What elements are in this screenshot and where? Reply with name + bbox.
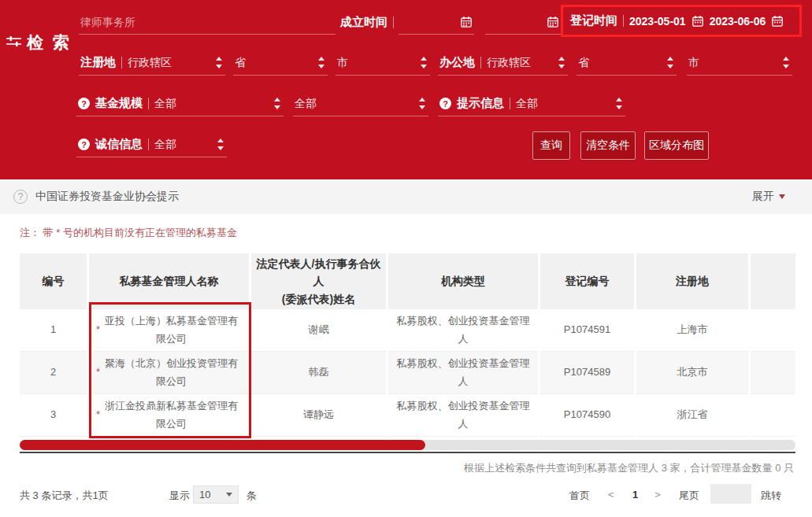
register-time-start-value[interactable]: 2023-05-01 xyxy=(629,15,686,28)
cell-manager-name[interactable]: *浙江金投鼎新私募基金管理有限公司 xyxy=(89,394,249,437)
cell-registration-no: P1074589 xyxy=(540,352,634,394)
clear-conditions-button[interactable]: 清空条件 xyxy=(580,131,636,160)
updown-chevron-icon[interactable] xyxy=(317,57,325,68)
pagination-next[interactable]: > xyxy=(654,489,661,500)
result-summary: 根据上述检索条件共查询到私募基金管理人 3 家，合计管理基金数量 0 只 xyxy=(464,461,794,475)
register-place-label: 注册地 xyxy=(80,55,116,70)
establish-time-label: 成立时间 xyxy=(340,15,387,30)
cell-empty xyxy=(751,394,795,437)
pagination-first[interactable]: 首页 xyxy=(569,489,590,503)
cell-representative: 韩磊 xyxy=(251,352,386,394)
fund-scale-value: 全部 xyxy=(154,97,176,111)
manager-name-text: 浙江金投鼎新私募基金管理有限公司 xyxy=(101,397,242,432)
cell-registered-place: 浙江省 xyxy=(636,394,748,437)
help-icon[interactable] xyxy=(439,98,451,109)
header-registration-no: 登记编号 xyxy=(540,253,634,309)
table-row: 1 *亚投（上海）私募基金管理有限公司 谢岷 私募股权、创业投资基金管理人 P1… xyxy=(20,309,795,352)
expand-toggle[interactable]: 展开 xyxy=(752,179,785,214)
updown-chevron-icon[interactable] xyxy=(782,57,790,68)
header-org-type: 机构类型 xyxy=(388,253,538,309)
tip-info-value: 全部 xyxy=(516,97,538,111)
cell-representative: 谢岷 xyxy=(251,309,386,352)
header-empty xyxy=(751,253,795,309)
pagination-prev[interactable]: < xyxy=(608,489,614,500)
cell-manager-name[interactable]: *亚投（上海）私募基金管理有限公司 xyxy=(89,309,249,352)
cell-empty xyxy=(751,352,795,394)
horizontal-scrollbar-thumb[interactable] xyxy=(20,440,425,450)
integrity-info-value: 全部 xyxy=(154,138,176,152)
association-notice-bar: 中国证券投资基金业协会提示 展开 xyxy=(0,179,812,214)
cell-registered-place: 北京市 xyxy=(636,352,748,394)
query-button[interactable]: 查询 xyxy=(532,131,570,160)
asterisk-note: 注： 带 * 号的机构目前没有正在管理的私募基金 xyxy=(20,226,237,240)
office-place-province-select[interactable]: 省 xyxy=(577,50,677,76)
cell-manager-name[interactable]: *聚海（北京）创业投资管理有限公司 xyxy=(89,352,249,394)
establish-date-end-field[interactable] xyxy=(485,9,561,35)
separator xyxy=(393,17,394,28)
cell-no: 3 xyxy=(20,394,87,437)
cell-registration-no: P1074590 xyxy=(540,394,634,437)
notice-text: 中国证券投资基金业协会提示 xyxy=(35,190,179,204)
asterisk-mark: * xyxy=(96,406,100,423)
region-map-button[interactable]: 区域分布图 xyxy=(644,131,709,160)
calendar-icon[interactable] xyxy=(460,16,473,28)
office-place-city-select[interactable]: 市 xyxy=(687,50,792,76)
cell-registered-place: 上海市 xyxy=(636,309,748,352)
display-unit: 条 xyxy=(247,489,257,503)
help-icon[interactable] xyxy=(78,138,90,150)
table-row: 3 *浙江金投鼎新私募基金管理有限公司 谭静远 私募股权、创业投资基金管理人 P… xyxy=(20,394,795,437)
table-bottom-divider xyxy=(20,452,795,453)
law-firm-input[interactable] xyxy=(80,16,321,28)
office-place-province-value: 省 xyxy=(578,56,589,70)
cell-org-type: 私募股权、创业投资基金管理人 xyxy=(388,309,538,352)
filter-icon xyxy=(6,35,22,50)
header-manager-name: 私募基金管理人名称 xyxy=(89,253,249,309)
updown-chevron-icon[interactable] xyxy=(215,57,223,68)
records-count: 共 3 条记录，共1页 xyxy=(20,489,109,503)
help-icon[interactable] xyxy=(78,98,90,109)
separator xyxy=(148,138,149,150)
office-place-district-value: 行政辖区 xyxy=(487,56,531,70)
updown-chevron-icon[interactable] xyxy=(558,57,565,68)
establish-date-start-field[interactable] xyxy=(399,9,474,35)
question-circle-icon xyxy=(13,190,28,204)
integrity-info-label: 诚信信息 xyxy=(95,137,143,152)
integrity-info-select[interactable]: 诚信信息 全部 xyxy=(76,132,227,157)
page-size-select[interactable]: 10 xyxy=(193,486,239,504)
cell-org-type: 私募股权、创业投资基金管理人 xyxy=(388,352,538,394)
calendar-icon[interactable] xyxy=(771,15,784,28)
horizontal-scrollbar-track[interactable] xyxy=(20,440,795,450)
expand-label: 展开 xyxy=(752,190,774,204)
updown-chevron-icon[interactable] xyxy=(666,57,674,68)
separator xyxy=(148,98,149,109)
register-place-district-select[interactable]: 注册地 行政辖区 xyxy=(79,50,225,76)
register-time-end-value[interactable]: 2023-06-06 xyxy=(710,15,766,28)
fund-scale-select-2[interactable]: 全部 xyxy=(293,91,428,116)
updown-chevron-icon[interactable] xyxy=(217,138,224,150)
updown-chevron-icon[interactable] xyxy=(615,98,623,109)
calendar-icon[interactable] xyxy=(691,15,704,28)
cell-no: 2 xyxy=(20,352,87,394)
updown-chevron-icon[interactable] xyxy=(420,57,428,68)
law-firm-field[interactable] xyxy=(79,9,336,35)
register-place-province-select[interactable]: 省 xyxy=(233,50,328,76)
fund-scale-value-2: 全部 xyxy=(295,97,317,111)
calendar-icon[interactable] xyxy=(547,16,559,28)
fund-manager-search-page: 检 索 成立时间 登记时间 2023-05-01 2023-06- xyxy=(0,0,812,517)
updown-chevron-icon[interactable] xyxy=(418,98,426,109)
office-place-label: 办公地 xyxy=(439,55,475,70)
page-jump-input[interactable] xyxy=(710,484,751,504)
updown-chevron-icon[interactable] xyxy=(273,98,281,109)
pagination-jump[interactable]: 跳转 xyxy=(761,489,781,503)
pagination-last[interactable]: 尾页 xyxy=(679,489,699,503)
cell-empty xyxy=(751,309,795,352)
office-place-district-select[interactable]: 办公地 行政辖区 xyxy=(438,50,568,76)
manager-name-text: 亚投（上海）私募基金管理有限公司 xyxy=(101,312,242,347)
asterisk-mark: * xyxy=(96,364,100,381)
pagination-current-page[interactable]: 1 xyxy=(632,489,638,500)
register-place-city-select[interactable]: 市 xyxy=(336,50,430,76)
fund-manager-table: 编号 私募基金管理人名称 法定代表人/执行事务合伙人 (委派代表)姓名 机构类型… xyxy=(20,253,795,437)
tip-info-select[interactable]: 提示信息 全部 xyxy=(438,91,625,116)
fund-scale-select[interactable]: 基金规模 全部 xyxy=(76,91,284,116)
page-title: 检 索 xyxy=(27,31,72,54)
